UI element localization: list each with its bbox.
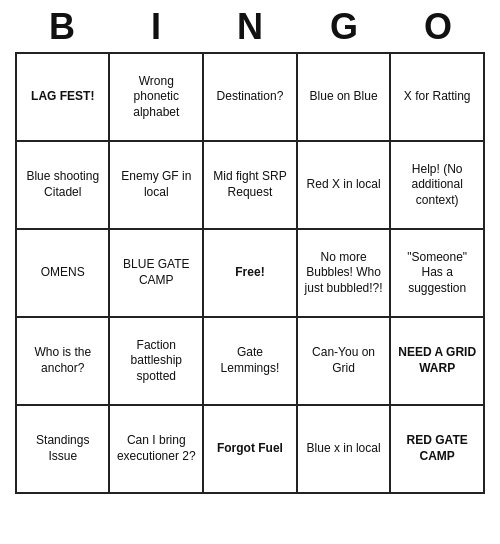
bingo-cell-0-3[interactable]: Blue on Blue xyxy=(297,53,391,141)
bingo-cell-1-2[interactable]: Mid fight SRP Request xyxy=(203,141,297,229)
table-row: Who is the anchor?Faction battleship spo… xyxy=(16,317,484,405)
bingo-cell-4-3[interactable]: Blue x in local xyxy=(297,405,391,493)
bingo-cell-0-0[interactable]: LAG FEST! xyxy=(16,53,109,141)
bingo-cell-0-1[interactable]: Wrong phonetic alphabet xyxy=(109,53,203,141)
bingo-cell-1-4[interactable]: Help! (No additional context) xyxy=(390,141,484,229)
table-row: Standings IssueCan I bring executioner 2… xyxy=(16,405,484,493)
letter-o: O xyxy=(394,6,482,48)
bingo-cell-2-4[interactable]: "Someone" Has a suggestion xyxy=(390,229,484,317)
bingo-cell-2-1[interactable]: BLUE GATE CAMP xyxy=(109,229,203,317)
bingo-cell-1-3[interactable]: Red X in local xyxy=(297,141,391,229)
bingo-cell-3-4[interactable]: NEED A GRID WARP xyxy=(390,317,484,405)
bingo-cell-4-4[interactable]: RED GATE CAMP xyxy=(390,405,484,493)
bingo-grid: LAG FEST!Wrong phonetic alphabetDestinat… xyxy=(15,52,485,494)
table-row: LAG FEST!Wrong phonetic alphabetDestinat… xyxy=(16,53,484,141)
bingo-cell-3-1[interactable]: Faction battleship spotted xyxy=(109,317,203,405)
bingo-cell-0-2[interactable]: Destination? xyxy=(203,53,297,141)
bingo-cell-2-2[interactable]: Free! xyxy=(203,229,297,317)
bingo-cell-2-3[interactable]: No more Bubbles! Who just bubbled!?! xyxy=(297,229,391,317)
bingo-cell-2-0[interactable]: OMENS xyxy=(16,229,109,317)
letter-g: G xyxy=(300,6,388,48)
bingo-cell-1-1[interactable]: Enemy GF in local xyxy=(109,141,203,229)
bingo-cell-3-3[interactable]: Can-You on Grid xyxy=(297,317,391,405)
bingo-cell-0-4[interactable]: X for Ratting xyxy=(390,53,484,141)
bingo-cell-4-2[interactable]: Forgot Fuel xyxy=(203,405,297,493)
table-row: OMENSBLUE GATE CAMPFree!No more Bubbles!… xyxy=(16,229,484,317)
bingo-cell-4-1[interactable]: Can I bring executioner 2? xyxy=(109,405,203,493)
table-row: Blue shooting CitadelEnemy GF in localMi… xyxy=(16,141,484,229)
bingo-cell-3-2[interactable]: Gate Lemmings! xyxy=(203,317,297,405)
bingo-cell-1-0[interactable]: Blue shooting Citadel xyxy=(16,141,109,229)
letter-n: N xyxy=(206,6,294,48)
letter-b: B xyxy=(18,6,106,48)
bingo-cell-3-0[interactable]: Who is the anchor? xyxy=(16,317,109,405)
bingo-title: B I N G O xyxy=(15,0,485,52)
bingo-cell-4-0[interactable]: Standings Issue xyxy=(16,405,109,493)
letter-i: I xyxy=(112,6,200,48)
